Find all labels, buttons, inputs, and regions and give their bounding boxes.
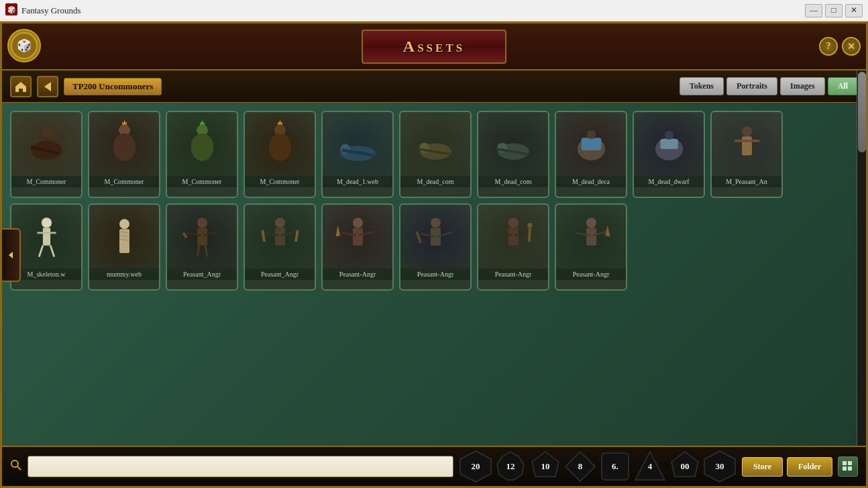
token-label: Peasant-Angr [556, 269, 626, 280]
svg-rect-29 [581, 138, 601, 150]
assets-title-banner: Assets [362, 30, 506, 64]
dice-d6[interactable]: 6. [598, 450, 632, 483]
token-image [245, 205, 315, 269]
home-button[interactable] [10, 76, 32, 97]
svg-point-37 [42, 217, 52, 228]
token-card[interactable]: Peasant_Angr [166, 203, 238, 291]
svg-rect-38 [42, 228, 50, 245]
svg-line-41 [50, 246, 54, 257]
svg-marker-4 [15, 82, 26, 92]
svg-point-47 [197, 217, 207, 228]
app-close-button[interactable]: ✕ [842, 37, 861, 56]
dice-d20[interactable]: 20 [459, 450, 492, 483]
svg-rect-55 [275, 228, 285, 245]
search-input[interactable] [28, 456, 453, 477]
svg-point-12 [113, 134, 135, 161]
search-icon [10, 459, 22, 474]
token-image [556, 205, 626, 269]
svg-line-58 [262, 230, 264, 242]
window-close-button[interactable]: ✕ [845, 4, 863, 17]
token-label: Peasant-Angr [478, 269, 548, 280]
token-card[interactable]: Peasant-Angr [477, 203, 549, 291]
dice-d12[interactable]: 12 [494, 450, 527, 483]
token-card[interactable]: Peasant_Angr [243, 203, 316, 291]
images-filter-button[interactable]: Images [780, 77, 825, 95]
dice-d8[interactable]: 8 [563, 450, 597, 483]
token-card[interactable]: M_dead_com [477, 111, 549, 198]
scrollbar-thumb[interactable] [858, 72, 866, 152]
assets-title-text: Assets [403, 38, 465, 56]
token-card[interactable]: M_skeleton.w [10, 203, 83, 291]
token-card[interactable]: M_dead_1.web [321, 111, 394, 198]
svg-point-76 [586, 217, 596, 228]
sidebar-collapse-button[interactable] [2, 228, 21, 282]
store-button[interactable]: Store [742, 457, 783, 477]
token-label: M_Commoner [245, 176, 315, 187]
token-label: mummy.web [89, 269, 159, 280]
token-card[interactable]: M_Commoner [10, 111, 83, 198]
token-image [11, 205, 81, 269]
token-card[interactable]: M_Commoner [243, 111, 316, 198]
svg-marker-14 [199, 120, 205, 126]
svg-point-7 [40, 125, 53, 138]
dice-d100[interactable]: 00 [668, 450, 702, 483]
svg-line-53 [183, 233, 186, 238]
app-title: Fantasy Grounds [21, 5, 80, 16]
outer-scrollbar[interactable] [857, 70, 866, 446]
svg-line-51 [197, 246, 199, 257]
token-card[interactable]: Peasant-Angr [555, 203, 627, 291]
svg-rect-48 [197, 228, 207, 245]
svg-point-60 [353, 217, 363, 228]
dice-container: 20 12 10 8 6. [459, 450, 737, 483]
token-image [245, 112, 315, 176]
token-card[interactable]: Peasant-Angr [321, 203, 394, 291]
svg-line-59 [295, 230, 297, 242]
app-titlebar-icon: 🎲 [5, 3, 17, 18]
category-label: TP200 Uncommoners [64, 78, 162, 95]
token-image [556, 112, 626, 176]
svg-text:🎲: 🎲 [7, 5, 16, 14]
app-logo: 🎲 [7, 29, 41, 62]
svg-line-52 [205, 246, 207, 257]
token-card[interactable]: M_Commoner [88, 111, 160, 198]
svg-point-70 [508, 217, 519, 228]
help-button[interactable]: ? [819, 37, 838, 56]
back-button[interactable] [37, 76, 58, 97]
minimize-button[interactable]: — [805, 4, 822, 17]
titlebar-controls: — □ ✕ [805, 4, 863, 17]
svg-rect-32 [660, 139, 677, 149]
token-card[interactable]: Peasant-Angr [399, 203, 472, 291]
tokens-filter-button[interactable]: Tokens [680, 77, 724, 95]
main-content: M_Commoner M_Commoner M_Commoner M_Commo… [2, 103, 866, 450]
token-image [400, 112, 470, 176]
portraits-filter-button[interactable]: Portraits [726, 77, 777, 95]
token-card[interactable]: M_dead_deca [555, 111, 627, 198]
svg-rect-94 [848, 467, 852, 471]
token-card[interactable]: M_dead_dwarf [633, 111, 705, 198]
token-card[interactable]: mummy.web [88, 203, 160, 291]
token-card[interactable]: M_dead_com [399, 111, 472, 198]
svg-point-15 [191, 134, 213, 161]
token-label: M_dead_com [400, 176, 470, 187]
grid-toggle-button[interactable] [838, 456, 858, 477]
svg-rect-91 [843, 461, 847, 465]
token-label: M_Commoner [167, 176, 237, 187]
maximize-button[interactable]: □ [825, 4, 843, 17]
svg-point-42 [119, 219, 129, 229]
token-card[interactable]: M_Commoner [166, 111, 238, 198]
svg-rect-77 [586, 228, 596, 245]
svg-rect-71 [508, 228, 519, 245]
titlebar-left: 🎲 Fantasy Grounds [5, 3, 80, 18]
svg-marker-6 [9, 252, 13, 258]
dice-d30[interactable]: 30 [703, 450, 737, 483]
svg-point-30 [586, 130, 595, 139]
token-card[interactable]: M_Peasant_An [710, 111, 783, 198]
folder-button[interactable]: Folder [787, 457, 832, 477]
dice-d4[interactable]: 4 [633, 450, 667, 483]
token-image [323, 112, 392, 176]
dice-d10[interactable]: 10 [529, 450, 562, 483]
token-image [478, 112, 548, 176]
all-filter-button[interactable]: All [828, 77, 858, 95]
token-label: M_dead_1.web [323, 176, 392, 187]
svg-rect-61 [353, 228, 363, 245]
